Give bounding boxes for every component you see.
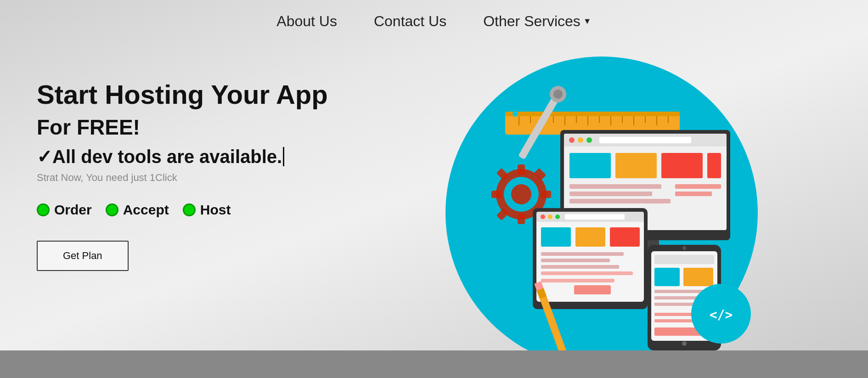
- hero-title-line2: For FREE!: [37, 115, 335, 140]
- chevron-down-icon: ▼: [583, 17, 592, 26]
- svg-rect-73: [654, 296, 700, 299]
- svg-point-35: [569, 137, 575, 143]
- green-dot-host: [183, 203, 196, 216]
- illustration-circle: </>: [445, 56, 758, 369]
- steps-list: Order Accept Host: [37, 202, 335, 218]
- svg-rect-64: [541, 279, 614, 282]
- svg-rect-63: [541, 271, 633, 275]
- svg-rect-76: [654, 319, 696, 322]
- svg-rect-22: [518, 214, 525, 224]
- svg-point-78: [682, 341, 687, 346]
- contact-us-link[interactable]: Contact Us: [374, 13, 446, 30]
- svg-rect-40: [615, 153, 657, 178]
- step-order-label: Order: [54, 202, 92, 218]
- svg-point-54: [548, 214, 552, 219]
- step-accept: Accept: [106, 202, 169, 218]
- svg-text:</>: </>: [710, 307, 733, 322]
- svg-point-37: [586, 137, 592, 143]
- hero-text-block: Start Hosting Your App For FREE! ✓All de…: [37, 70, 335, 271]
- svg-rect-43: [569, 184, 661, 189]
- svg-point-55: [555, 214, 560, 219]
- other-services-menu[interactable]: Other Services ▼: [483, 13, 591, 30]
- svg-rect-41: [661, 153, 703, 178]
- svg-point-20: [511, 184, 531, 204]
- svg-rect-42: [707, 153, 721, 178]
- hero-title-line1: Start Hosting Your App: [37, 79, 335, 110]
- svg-rect-47: [675, 192, 712, 196]
- get-plan-button[interactable]: Get Plan: [37, 241, 129, 271]
- svg-rect-44: [569, 192, 652, 196]
- svg-rect-58: [575, 227, 605, 247]
- svg-rect-61: [541, 259, 610, 262]
- svg-rect-65: [574, 285, 611, 294]
- green-dot-accept: [106, 203, 118, 216]
- svg-rect-56: [565, 214, 625, 220]
- svg-rect-70: [654, 268, 680, 286]
- other-services-link[interactable]: Other Services: [483, 13, 581, 30]
- illustration-svg: </>: [445, 56, 767, 378]
- svg-point-53: [541, 214, 545, 219]
- svg-rect-45: [569, 199, 671, 203]
- svg-rect-2: [505, 112, 680, 116]
- svg-rect-57: [541, 227, 571, 247]
- svg-rect-24: [541, 191, 551, 198]
- svg-rect-59: [610, 227, 640, 247]
- svg-rect-38: [599, 137, 691, 143]
- hero-section: Start Hosting Your App For FREE! ✓All de…: [0, 43, 868, 369]
- svg-rect-71: [683, 268, 713, 286]
- svg-rect-60: [541, 252, 624, 256]
- svg-point-36: [578, 137, 583, 143]
- svg-rect-39: [569, 153, 611, 178]
- svg-rect-69: [654, 255, 714, 264]
- hero-tagline: ✓All dev tools are available.: [37, 146, 335, 167]
- svg-rect-23: [491, 191, 502, 198]
- green-dot-order: [37, 203, 50, 216]
- step-accept-label: Accept: [123, 202, 169, 218]
- main-nav: About Us Contact Us Other Services ▼: [0, 0, 868, 43]
- hero-cta-small: Strat Now, You need just 1Click: [37, 172, 335, 184]
- about-us-link[interactable]: About Us: [276, 13, 337, 30]
- bottom-bar: [0, 350, 868, 378]
- svg-point-68: [682, 246, 686, 250]
- cursor-bar: [283, 147, 284, 166]
- svg-rect-21: [518, 164, 525, 175]
- svg-point-17: [513, 111, 518, 117]
- step-host: Host: [183, 202, 231, 218]
- hero-illustration: </>: [372, 70, 831, 369]
- svg-rect-62: [541, 265, 619, 269]
- svg-rect-46: [675, 184, 721, 189]
- step-host-label: Host: [200, 202, 231, 218]
- step-order: Order: [37, 202, 92, 218]
